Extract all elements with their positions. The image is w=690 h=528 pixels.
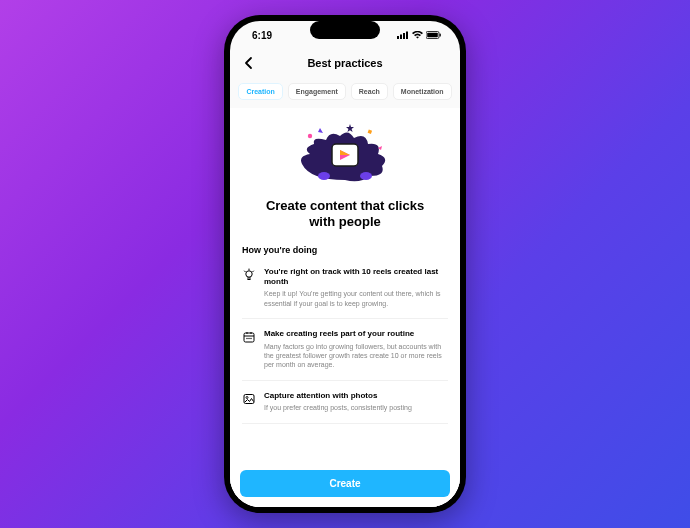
- svg-rect-5: [427, 33, 438, 38]
- create-button[interactable]: Create: [240, 470, 450, 497]
- calendar-icon: [242, 330, 256, 344]
- svg-point-11: [360, 172, 372, 180]
- hero-title: Create content that clicks with people: [242, 198, 448, 245]
- svg-point-16: [250, 338, 251, 339]
- item-title: Capture attention with photos: [264, 391, 448, 401]
- item-desc: Keep it up! You're getting your content …: [264, 289, 448, 308]
- svg-point-12: [246, 270, 252, 276]
- tabs-row: Creation Engagement Reach Monetization: [230, 77, 460, 108]
- back-button[interactable]: [240, 54, 258, 72]
- phone-frame: 6:19 Best practices Creation Engagement …: [224, 15, 466, 513]
- tab-engagement[interactable]: Engagement: [288, 83, 346, 100]
- list-item: Capture attention with photos If you pre…: [242, 385, 448, 424]
- svg-rect-3: [406, 32, 408, 40]
- item-desc: If you prefer creating posts, consistent…: [264, 403, 448, 412]
- chevron-left-icon: [242, 56, 256, 70]
- svg-point-10: [318, 172, 330, 180]
- svg-rect-1: [400, 35, 402, 40]
- phone-screen: 6:19 Best practices Creation Engagement …: [230, 21, 460, 507]
- lightbulb-icon: [242, 268, 256, 282]
- wifi-icon: [412, 31, 423, 39]
- item-desc: Many factors go into growing followers, …: [264, 342, 448, 370]
- cta-container: Create: [230, 462, 460, 507]
- hero-illustration: [242, 114, 448, 198]
- status-time: 6:19: [252, 30, 272, 41]
- page-header: Best practices: [230, 49, 460, 77]
- svg-point-18: [246, 396, 248, 398]
- svg-point-7: [308, 134, 312, 138]
- tab-creation[interactable]: Creation: [238, 83, 282, 100]
- photo-icon: [242, 392, 256, 406]
- section-title: How you're doing: [242, 245, 448, 255]
- list-item: Make creating reels part of your routine…: [242, 323, 448, 381]
- list-item: You're right on track with 10 reels crea…: [242, 261, 448, 320]
- svg-rect-13: [244, 333, 254, 342]
- svg-rect-8: [368, 129, 372, 133]
- item-text: You're right on track with 10 reels crea…: [264, 267, 448, 309]
- phone-notch: [310, 21, 380, 39]
- page-title: Best practices: [307, 57, 382, 69]
- content-area: Create content that clicks with people H…: [230, 108, 460, 507]
- tab-monetization[interactable]: Monetization: [393, 83, 452, 100]
- signal-icon: [397, 31, 409, 39]
- svg-point-15: [248, 338, 249, 339]
- battery-icon: [426, 31, 442, 39]
- svg-rect-2: [403, 33, 405, 39]
- svg-rect-0: [397, 36, 399, 39]
- item-title: Make creating reels part of your routine: [264, 329, 448, 339]
- tab-reach[interactable]: Reach: [351, 83, 388, 100]
- item-text: Make creating reels part of your routine…: [264, 329, 448, 370]
- burst-icon: [290, 118, 400, 190]
- item-text: Capture attention with photos If you pre…: [264, 391, 448, 413]
- svg-rect-6: [440, 34, 441, 37]
- item-title: You're right on track with 10 reels crea…: [264, 267, 448, 288]
- svg-point-14: [246, 338, 247, 339]
- status-icons: [397, 31, 442, 39]
